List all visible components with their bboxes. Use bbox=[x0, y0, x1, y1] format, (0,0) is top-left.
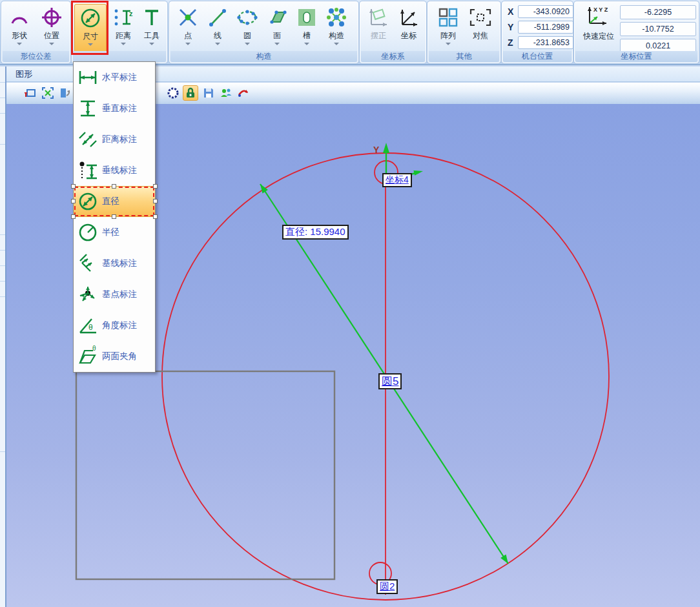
menu-item-radius[interactable]: 半径 bbox=[74, 217, 155, 248]
machine-z-row: Z -231.8653 bbox=[508, 36, 573, 49]
focus-brackets-icon bbox=[468, 4, 493, 31]
selection-handle bbox=[71, 199, 76, 203]
group-label: 其他 bbox=[429, 51, 499, 62]
button-label: 线 bbox=[214, 31, 221, 40]
flip-page-icon[interactable] bbox=[57, 85, 73, 101]
chevron-down-icon bbox=[215, 43, 220, 45]
slot-icon bbox=[296, 4, 318, 31]
array-button[interactable]: 阵列 bbox=[433, 4, 463, 53]
group-coordinate-system: 摆正 坐标 坐标系 bbox=[360, 1, 426, 63]
save-icon[interactable] bbox=[201, 85, 216, 101]
axis-y-label: Y bbox=[508, 22, 518, 32]
menu-item-diameter[interactable]: 直径 bbox=[74, 186, 155, 217]
shape-tolerance-button[interactable]: 形状 bbox=[5, 4, 34, 53]
button-label: 尺寸 bbox=[83, 32, 98, 41]
button-label: 形状 bbox=[12, 31, 27, 40]
button-label: 圆 bbox=[243, 31, 251, 40]
circle-button[interactable]: 圆 bbox=[232, 4, 262, 53]
array-grid-icon bbox=[437, 4, 459, 31]
point-icon bbox=[177, 4, 199, 31]
button-label: 位置 bbox=[44, 31, 59, 40]
selection-handle bbox=[153, 199, 158, 203]
machine-y-row: Y -511.2989 bbox=[508, 21, 573, 34]
group-machine-position: X -343.0920 Y -511.2989 Z -231.8653 机台位置 bbox=[502, 1, 573, 63]
group-other: 阵列 对焦 其他 bbox=[427, 1, 500, 63]
arrowhead-icon bbox=[260, 184, 268, 193]
users-icon[interactable] bbox=[218, 85, 234, 101]
menu-item-label: 距离标注 bbox=[102, 134, 137, 145]
focus-button[interactable]: 对焦 bbox=[466, 4, 495, 53]
chevron-down-icon bbox=[274, 43, 280, 45]
distance-button[interactable]: z 距离 bbox=[108, 4, 138, 53]
group-label: 坐标位置 bbox=[575, 51, 697, 62]
dashed-circle-icon[interactable] bbox=[165, 85, 181, 101]
machine-y-value[interactable]: -511.2989 bbox=[518, 21, 573, 34]
group-construct: 点 线 圆 面 槽 bbox=[169, 1, 358, 63]
construct-button[interactable]: 构造 bbox=[322, 4, 351, 53]
chevron-down-icon bbox=[185, 43, 190, 45]
distance-z-icon: z bbox=[112, 4, 135, 31]
button-label: 面 bbox=[273, 31, 281, 40]
align-square-icon bbox=[367, 4, 390, 31]
coordinate-button[interactable]: 坐标 bbox=[394, 4, 424, 53]
point-button[interactable]: 点 bbox=[173, 4, 203, 53]
menu-item-dihedral-angle[interactable]: θ 两面夹角 bbox=[74, 341, 155, 372]
circle-icon bbox=[236, 4, 259, 31]
coordinate4-label[interactable]: 坐标4 bbox=[382, 173, 412, 187]
chevron-down-icon bbox=[121, 43, 126, 45]
menu-item-angle-dimension[interactable]: θ 角度标注 bbox=[74, 310, 155, 341]
menu-item-perpendicular-dimension[interactable]: 垂线标注 bbox=[74, 155, 155, 186]
chevron-down-icon bbox=[88, 43, 93, 46]
selection-rectangle[interactable] bbox=[76, 371, 335, 579]
line-button[interactable]: 线 bbox=[203, 4, 232, 53]
align-button: 摆正 bbox=[364, 4, 393, 53]
button-label: 坐标 bbox=[401, 31, 417, 40]
dimension-button[interactable]: 尺寸 bbox=[74, 4, 107, 53]
button-label: 槽 bbox=[303, 31, 311, 40]
tab-graphics[interactable]: 图形 bbox=[10, 68, 37, 81]
coord-value-1[interactable]: -6.2295 bbox=[620, 5, 696, 19]
redo-arrow-icon[interactable] bbox=[236, 85, 251, 101]
fit-view-icon[interactable] bbox=[40, 85, 56, 101]
lock-icon[interactable] bbox=[183, 85, 198, 101]
menu-item-basepoint-dimension[interactable]: 基点标注 bbox=[74, 279, 155, 310]
quick-locate-button[interactable]: X Y Z 快速定位 bbox=[579, 4, 619, 42]
button-label: 工具 bbox=[144, 31, 160, 40]
menu-item-distance-dimension[interactable]: 距离标注 bbox=[74, 124, 155, 155]
slot-button[interactable]: 槽 bbox=[292, 4, 322, 53]
arrowhead-icon bbox=[500, 555, 508, 564]
position-target-icon bbox=[41, 4, 63, 31]
distance-dimension-icon bbox=[74, 129, 102, 150]
button-label: 快速定位 bbox=[579, 31, 619, 42]
angle-dimension-icon: θ bbox=[74, 315, 102, 336]
menu-item-vertical-dimension[interactable]: 垂直标注 bbox=[74, 93, 155, 124]
machine-z-value[interactable]: -231.8653 bbox=[518, 36, 573, 49]
menu-item-label: 角度标注 bbox=[102, 320, 137, 331]
circle5-label[interactable]: 圆5 bbox=[378, 373, 402, 389]
group-label: 机台位置 bbox=[503, 51, 571, 62]
menu-item-baseline-dimension[interactable]: 基线标注 bbox=[74, 248, 155, 279]
group-label: 形位公差 bbox=[3, 51, 69, 62]
arrowhead-icon bbox=[413, 170, 423, 176]
menu-item-label: 直径 bbox=[102, 196, 119, 207]
basepoint-dimension-icon bbox=[74, 284, 102, 305]
diameter-measurement-label[interactable]: 直径: 15.9940 bbox=[282, 225, 349, 240]
circle2-label[interactable]: 圆2 bbox=[376, 579, 398, 594]
position-tolerance-button[interactable]: 位置 bbox=[37, 4, 67, 53]
plane-button[interactable]: 面 bbox=[262, 4, 292, 53]
chevron-down-icon bbox=[17, 43, 22, 45]
coordinate-axes-icon bbox=[397, 4, 420, 31]
reset-view-icon[interactable] bbox=[23, 85, 38, 101]
selection-handle bbox=[112, 184, 116, 189]
menu-item-horizontal-dimension[interactable]: 水平标注 bbox=[74, 62, 155, 93]
coord-value-2[interactable]: -10.7752 bbox=[620, 22, 696, 36]
button-label: 距离 bbox=[116, 31, 131, 40]
tools-button[interactable]: 工具 bbox=[137, 4, 167, 53]
selection-handle bbox=[153, 184, 158, 189]
ribbon: 形状 位置 形位公差 尺寸 z 距离 bbox=[0, 0, 700, 65]
machine-x-value[interactable]: -343.0920 bbox=[518, 5, 573, 18]
left-panel-edge[interactable] bbox=[0, 67, 6, 607]
text-tool-icon bbox=[140, 4, 163, 31]
arc-shape-icon bbox=[8, 4, 30, 31]
line-icon bbox=[207, 4, 229, 31]
